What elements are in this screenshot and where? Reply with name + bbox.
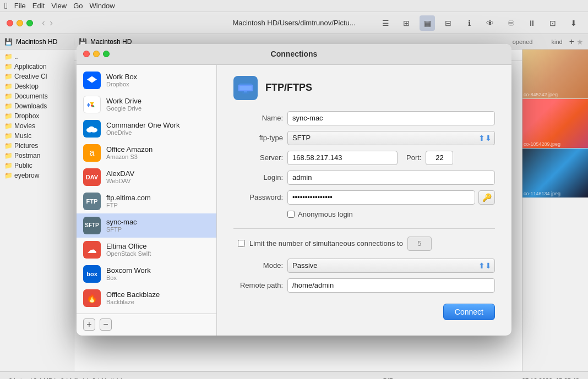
port-group: Port: xyxy=(406,151,453,165)
name-input[interactable] xyxy=(287,111,495,125)
ftp-type-label: ftp-type xyxy=(233,134,283,142)
anonymous-row: Anonymous login xyxy=(287,210,495,218)
dialog-zoom[interactable] xyxy=(103,51,110,57)
conn-icon-webdav: DAV xyxy=(83,168,101,186)
mode-select[interactable]: Passive Active xyxy=(287,259,495,273)
remote-path-input[interactable] xyxy=(287,278,495,293)
password-wrapper: 🔑 xyxy=(287,190,495,205)
form-row-name: Name: xyxy=(233,111,495,125)
conn-item-alexdav[interactable]: DAV AlexDAV WebDAV xyxy=(77,165,216,189)
conn-name-ftp-eltima: ftp.eltima.com xyxy=(106,194,151,202)
conn-name-amazon: Office Amazon xyxy=(106,145,153,153)
conn-icon-box: box xyxy=(83,265,101,283)
dialog-body: Work Box Dropbox Work Drive Google Drive xyxy=(77,65,511,336)
server-label: Server: xyxy=(233,153,283,162)
conn-name-workbox: Work Box xyxy=(106,73,137,81)
connect-button-row: Connect xyxy=(233,304,495,320)
conn-name-sync-mac: sync-mac xyxy=(106,218,137,226)
port-input[interactable] xyxy=(426,151,453,165)
name-label: Name: xyxy=(233,114,283,122)
form-row-login: Login: xyxy=(233,171,495,185)
conn-item-workbox[interactable]: Work Box Dropbox xyxy=(77,68,216,92)
login-label: Login: xyxy=(233,173,283,182)
conn-info-amazon: Office Amazon Amazon S3 xyxy=(106,145,153,160)
ftp-type-select[interactable]: SFTP FTP FTPS SFTP with key xyxy=(287,131,495,145)
conn-info-workbox: Work Box Dropbox xyxy=(106,73,137,87)
anonymous-checkbox[interactable] xyxy=(287,211,295,218)
dialog-traffic-lights xyxy=(83,51,110,57)
login-input[interactable] xyxy=(287,171,495,185)
conn-item-eltima-office[interactable]: ☁ Eltima Office OpenStack Swift xyxy=(77,238,216,262)
dialog-title: Connections xyxy=(271,50,318,58)
conn-type-workbox: Dropbox xyxy=(106,81,137,87)
svg-rect-5 xyxy=(239,86,252,90)
svg-point-2 xyxy=(89,126,94,130)
dialog-overlay: Connections Work Box Dropbox xyxy=(0,0,588,379)
conn-type-workdrive: Google Drive xyxy=(106,105,141,112)
conn-type-commander: OneDrive xyxy=(106,129,179,136)
password-input[interactable] xyxy=(287,190,475,205)
form-row-ftp-type: ftp-type SFTP FTP FTPS SFTP with key ⬆⬇ xyxy=(233,131,495,145)
form-row-password: Password: 🔑 xyxy=(233,190,495,205)
conn-name-commander: Commander One Work xyxy=(106,121,179,129)
add-connection-button[interactable]: + xyxy=(83,318,95,331)
conn-item-ftp-eltima[interactable]: FTP ftp.eltima.com FTP xyxy=(77,189,216,213)
detail-protocol-label: FTP/FTPS xyxy=(265,82,312,94)
server-input[interactable] xyxy=(287,151,398,165)
conn-name-backblaze: Office Backblaze xyxy=(106,290,160,299)
connection-list: Work Box Dropbox Work Drive Google Drive xyxy=(77,65,217,336)
conn-icon-onedrive xyxy=(83,120,101,138)
conn-info-alexdav: AlexDAV WebDAV xyxy=(106,169,134,184)
dialog-minimize[interactable] xyxy=(93,51,100,57)
limit-input[interactable] xyxy=(407,237,432,251)
form-row-remote-path: Remote path: xyxy=(233,278,495,293)
conn-icon-backblaze: 🔥 xyxy=(83,289,101,307)
conn-item-amazon[interactable]: a Office Amazon Amazon S3 xyxy=(77,141,216,165)
password-label: Password: xyxy=(233,193,283,201)
conn-name-eltima-office: Eltima Office xyxy=(106,242,151,250)
conn-info-boxcom: Boxcom Work Box xyxy=(106,266,151,281)
dialog-titlebar: Connections xyxy=(77,44,511,65)
conn-icon-gdrive xyxy=(83,96,101,113)
connection-items: Work Box Dropbox Work Drive Google Drive xyxy=(77,65,216,314)
conn-info-ftp-eltima: ftp.eltima.com FTP xyxy=(106,194,151,208)
anonymous-label: Anonymous login xyxy=(298,210,353,218)
conn-item-boxcom[interactable]: box Boxcom Work Box xyxy=(77,262,216,286)
connection-footer: + − xyxy=(77,314,216,336)
conn-item-workdrive[interactable]: Work Drive Google Drive xyxy=(77,92,216,117)
ftp-type-wrapper: SFTP FTP FTPS SFTP with key ⬆⬇ xyxy=(287,131,495,145)
key-button[interactable]: 🔑 xyxy=(478,190,495,205)
remote-path-label: Remote path: xyxy=(233,281,283,289)
conn-info-workdrive: Work Drive Google Drive xyxy=(106,97,141,112)
conn-name-boxcom: Boxcom Work xyxy=(106,266,151,274)
conn-icon-dropbox xyxy=(83,72,101,89)
conn-type-eltima-office: OpenStack Swift xyxy=(106,250,151,257)
mode-label: Mode: xyxy=(233,261,283,270)
conn-icon-sftp: SFTP xyxy=(83,217,101,234)
conn-type-amazon: Amazon S3 xyxy=(106,153,153,160)
connection-detail: FTP/FTPS Name: ftp-type SFTP FTP FTPS xyxy=(217,65,511,336)
limit-row: Limit the number of simultaneous connect… xyxy=(233,237,495,251)
conn-type-sync-mac: SFTP xyxy=(106,226,137,233)
conn-info-backblaze: Office Backblaze Backblaze xyxy=(106,290,160,305)
conn-type-boxcom: Box xyxy=(106,274,151,281)
conn-item-commander[interactable]: Commander One Work OneDrive xyxy=(77,117,216,141)
conn-name-alexdav: AlexDAV xyxy=(106,169,134,178)
conn-item-backblaze[interactable]: 🔥 Office Backblaze Backblaze xyxy=(77,286,216,310)
detail-protocol-icon xyxy=(233,76,258,100)
detail-header: FTP/FTPS xyxy=(233,76,495,100)
conn-type-backblaze: Backblaze xyxy=(106,299,160,305)
connect-button[interactable]: Connect xyxy=(443,304,495,320)
limit-label: Limit the number of simultaneous connect… xyxy=(249,239,403,248)
limit-checkbox[interactable] xyxy=(238,240,245,247)
remove-connection-button[interactable]: − xyxy=(100,318,112,331)
conn-icon-eltima: ☁ xyxy=(83,241,101,259)
svg-rect-7 xyxy=(242,92,249,94)
conn-name-workdrive: Work Drive xyxy=(106,97,141,105)
conn-info-commander: Commander One Work OneDrive xyxy=(106,121,179,136)
conn-icon-ftp: FTP xyxy=(83,193,101,210)
conn-info-eltima-office: Eltima Office OpenStack Swift xyxy=(106,242,151,257)
connections-dialog: Connections Work Box Dropbox xyxy=(77,44,511,336)
dialog-close[interactable] xyxy=(83,51,90,57)
conn-item-sync-mac[interactable]: SFTP sync-mac SFTP xyxy=(77,213,216,238)
